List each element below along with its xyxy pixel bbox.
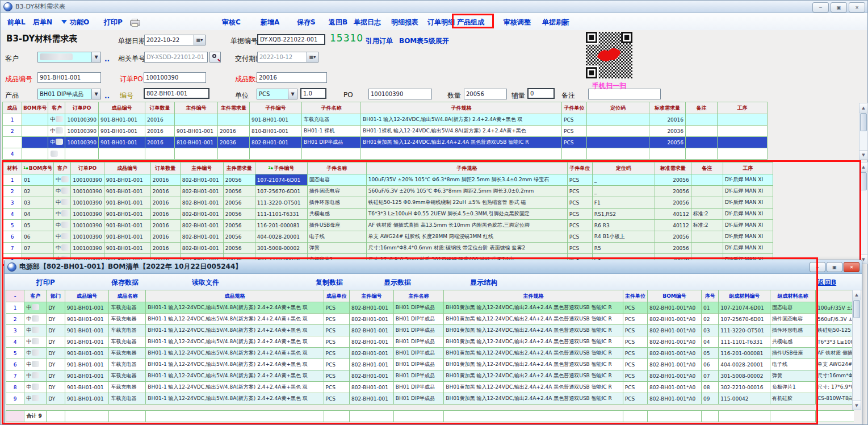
table-row[interactable]: 1中100100390901-BH01-00120016901-BH01-001… [3,114,768,126]
scroll-up-icon[interactable]: ▲ [853,290,861,299]
search-icon[interactable] [209,52,221,63]
table-cell[interactable]: BH01 DIP半成品 [393,325,444,336]
table-cell[interactable]: BH01黄加黑 输入12-24VDC,输出2.4A+2.4A 黑色普通双USB … [444,359,623,370]
table-cell[interactable]: 中 [24,370,47,382]
table-cell[interactable] [22,114,48,126]
column-header[interactable]: 订单PO [65,102,99,114]
table-cell[interactable] [562,148,587,160]
table-row[interactable]: 4中DY901-BH01-001车载充电器BH01-1 输入12-24VDC,输… [6,336,854,348]
table-cell[interactable]: 301-5008-00002 [719,370,770,382]
table-cell[interactable]: 中 [54,186,71,197]
bom-back[interactable]: 返回B [817,278,836,288]
table-cell[interactable]: 100100390 [65,126,99,137]
table-cell[interactable]: BH01黄加黑 输入12-24VDC,输出2.4A+2.4A 黑色普通双USB … [444,302,623,314]
table-cell[interactable]: PCS [324,370,349,382]
column-header[interactable]: 备注 [686,102,718,114]
table-cell[interactable]: 中 [48,114,65,126]
table-cell[interactable]: 901-BH01-001 [104,186,150,197]
table-cell[interactable]: 802-BH01-001 [349,382,393,393]
column-header[interactable]: BOM编号 [648,290,702,302]
table-cell[interactable]: 901-BH01-001 [104,209,150,220]
table-cell[interactable]: 01 [22,174,54,186]
table-cell[interactable] [175,114,218,126]
table-cell[interactable]: 09 [702,393,719,405]
table-cell[interactable]: 20056 [223,231,255,243]
column-header[interactable]: BOM序号 [22,102,48,114]
close-icon[interactable]: ✕ [844,262,859,272]
column-header[interactable]: 成品规格 [146,290,324,302]
table-cell[interactable] [22,148,48,160]
table-cell[interactable] [686,148,718,160]
table-cell[interactable]: 3 [3,197,22,209]
menu-add[interactable]: 新增A [261,18,279,27]
table-cell[interactable]: PCS [567,174,592,186]
table-cell[interactable]: PCS [324,359,349,370]
chevron-down-icon[interactable]: ▼ [288,89,297,99]
table-cell[interactable] [218,148,250,160]
table-cell[interactable]: DY [47,302,65,314]
table-row[interactable]: 505中100100390901-BH01-00120016802-BH01-0… [3,220,773,231]
table-cell[interactable]: 单支 AWG24# 硅胶线 [816,359,854,370]
table-cell[interactable] [718,148,768,160]
table-cell[interactable]: 100100390 [71,243,104,254]
table-row[interactable]: 合计 9 [6,411,854,422]
table-cell[interactable]: 111-3220-OT501 [719,325,770,336]
customer-combobox[interactable]: ▼ [37,52,101,63]
table-cell[interactable]: 111-1101-T6331 [719,336,770,348]
table-cell[interactable]: F1 [592,197,655,209]
table-cell[interactable]: CS-810W-T8白色 (需 [816,393,854,405]
column-header[interactable]: 序号 [702,290,719,302]
bom-print[interactable]: 打印P [36,278,55,288]
materials-grid-scrollbar[interactable]: ▲ ▼ [859,162,868,264]
table-cell[interactable] [686,126,718,137]
column-header[interactable]: 成品编号 [65,290,109,302]
table-cell[interactable]: 404-0028-20001 [255,231,307,243]
column-header[interactable]: 标准需求量 [649,102,686,114]
table-cell[interactable]: PCS [324,314,349,325]
table-row[interactable]: 303中100100390901-BH01-00120016802-BH01-0… [3,197,773,209]
table-cell[interactable]: 07 [702,370,719,382]
column-header[interactable]: 子件规格 [366,163,567,174]
table-cell[interactable]: 车载充电器 [109,302,146,314]
table-cell[interactable]: 20016 [150,197,180,209]
table-cell[interactable]: 20016 [150,220,180,231]
table-cell[interactable]: 插件环形电感 [770,325,816,336]
table-cell[interactable]: 111-3220-OT501 [255,197,307,209]
table-cell[interactable]: 有机硅胶 [770,393,816,405]
table-cell[interactable]: 20016 [145,126,175,137]
table-cell[interactable]: BH01 DIP半成品 [393,359,444,370]
table-cell[interactable]: 20056 [655,231,691,243]
table-cell[interactable]: 合计 9 [24,411,47,422]
table-cell[interactable] [770,411,816,422]
table-cell[interactable] [146,411,324,422]
table-row[interactable]: 3中100100390901-BH01-00120016810-BH01-001… [3,137,768,148]
table-cell[interactable] [623,411,647,422]
table-cell[interactable]: 404-0028-20001 [719,359,770,370]
column-header[interactable]: 子件规格 [361,102,562,114]
table-cell[interactable]: 固态电容 [770,302,816,314]
table-cell[interactable]: 6 [3,231,22,243]
table-row[interactable]: 4 [3,148,768,160]
order-po-field[interactable]: 100100390 [144,72,206,83]
table-cell[interactable]: R6 R3 [592,220,655,231]
table-cell[interactable]: PCS [324,336,349,348]
table-cell[interactable]: BH01-1 输入12-24VDC,输出5V/4.8A(新方案) 2.4+2.4… [146,393,324,405]
table-cell[interactable] [302,148,361,160]
table-cell[interactable]: 电子线 [307,231,366,243]
table-cell[interactable]: BH01黄加黑 输入12-24VDC,输出2.4A+2.4A 黑色普通双USB … [444,336,623,348]
table-cell[interactable]: BH01 DIP半成品 [302,137,361,148]
table-cell[interactable]: 100100390 [71,231,104,243]
table-cell[interactable]: 802-BH01-001*A0 [648,370,702,382]
table-cell[interactable] [47,411,65,422]
bom-grid-scrollbar[interactable]: ▲ ▼ [852,290,861,410]
table-row[interactable]: 707中100100390901-BH01-00120016802-BH01-0… [3,243,773,254]
column-header[interactable]: 主件需求量 [218,102,250,114]
table-cell[interactable]: PCS [623,370,647,382]
table-cell[interactable]: PCS [623,302,647,314]
table-cell[interactable]: BH01 DIP半成品 [393,348,444,359]
table-cell[interactable]: BH01 DIP半成品 [393,382,444,393]
table-cell[interactable]: 01 [702,302,719,314]
table-cell[interactable]: 901-BH01-001 [99,137,145,148]
table-cell[interactable]: 车载充电器 [302,114,361,126]
menu-back[interactable]: 返回B [329,18,347,27]
